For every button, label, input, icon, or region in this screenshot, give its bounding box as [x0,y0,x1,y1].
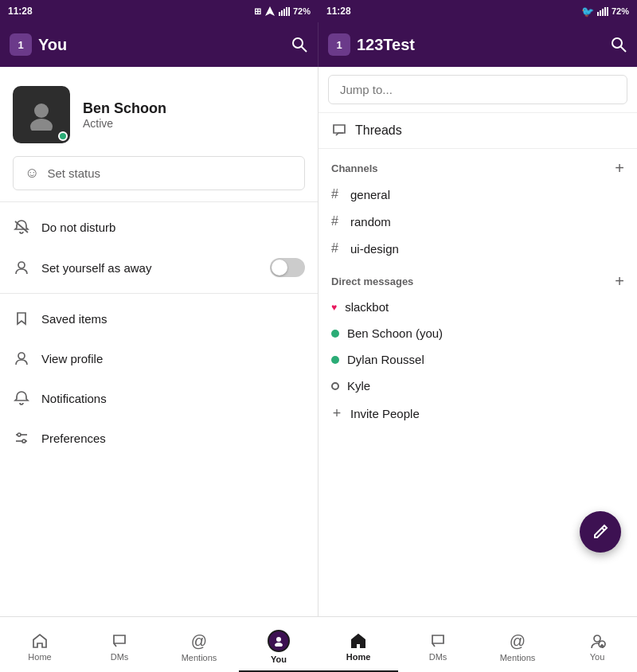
online-dot-dylan [331,356,339,364]
left-nav-you[interactable]: You [239,617,318,672]
compose-fab-button[interactable] [580,511,621,553]
status-input-row[interactable]: ☺ Set status [13,156,305,190]
svg-rect-8 [602,9,604,16]
notifications-item[interactable]: Notifications [0,378,318,418]
invite-plus-icon: + [331,405,342,422]
threads-icon [331,123,347,139]
svg-rect-3 [283,9,285,16]
mentions-label-right: Mentions [500,653,536,662]
offline-dot-kyle [331,382,339,390]
right-nav-dms[interactable]: DMs [398,617,478,672]
workspace-badge-left: 1 [10,33,32,56]
online-dot-ben [331,330,339,338]
you-label-left: You [271,654,287,664]
channel-item-random[interactable]: # random [318,208,637,235]
channel-name-general: general [350,188,390,201]
home-icon-left [31,632,49,650]
svg-rect-10 [607,7,608,16]
threads-item[interactable]: Threads [318,113,637,149]
set-away-item[interactable]: Set yourself as away [0,247,318,288]
compose-icon [592,523,609,541]
left-nav-home[interactable]: Home [0,617,80,672]
channel-name-random: random [350,215,391,229]
saved-items-label: Saved items [41,312,107,326]
left-header-title: You [38,36,67,54]
channels-section-header: Channels + [318,149,637,181]
svg-point-25 [276,637,281,642]
right-nav-mentions[interactable]: @ Mentions [478,617,557,672]
heart-icon-slackbot: ♥ [331,302,337,313]
status-bar: 11:28 ⊞ 72% 11:28 [0,0,637,22]
dm-item-ben[interactable]: Ben Schoon (you) [318,320,637,346]
main-content: Ben Schoon Active ☺ Set status Do not di… [0,67,637,616]
you-icon-right [588,632,606,650]
dms-icon-right [429,632,447,650]
do-not-disturb-item[interactable]: Do not disturb [0,207,318,247]
threads-label: Threads [355,123,402,138]
channel-name-ui-design: ui-design [350,242,399,256]
profile-status: Active [83,117,166,130]
svg-point-23 [22,440,25,443]
svg-rect-2 [281,10,283,16]
svg-line-24 [602,528,604,530]
preferences-label: Preferences [41,432,106,445]
svg-rect-5 [288,7,290,16]
profile-info: Ben Schoon Active [83,100,166,130]
battery-right: 72% [612,6,629,16]
preferences-item[interactable]: Preferences [0,418,318,458]
mentions-icon-left: @ [191,632,207,651]
twitter-icon: 🐦 [581,6,594,18]
saved-items-item[interactable]: Saved items [0,299,318,338]
search-icon-left[interactable] [291,36,308,53]
search-icon-right[interactable] [610,36,627,53]
dm-item-kyle[interactable]: Kyle [318,373,637,399]
svg-rect-4 [286,7,287,16]
profile-name: Ben Schoon [83,100,166,117]
hash-icon-ui-design: # [331,241,344,256]
bookmark-icon [13,310,30,327]
jump-to-input[interactable] [328,75,627,104]
add-channel-button[interactable]: + [615,160,624,176]
channel-item-ui-design[interactable]: # ui-design [318,235,637,262]
svg-point-27 [594,635,600,642]
add-dm-button[interactable]: + [615,273,624,289]
view-profile-item[interactable]: View profile [0,338,318,378]
svg-line-12 [302,47,307,53]
invite-item[interactable]: + Invite People [318,399,637,428]
left-panel: Ben Schoon Active ☺ Set status Do not di… [0,67,318,616]
channels-title: Channels [331,162,378,174]
dm-title: Direct messages [331,275,413,287]
hash-icon-general: # [331,187,344,201]
left-nav-mentions[interactable]: @ Mentions [159,617,239,672]
battery-left: 72% [293,6,311,16]
profile-section: Ben Schoon Active [0,67,318,156]
left-title-group: 1 You [10,33,67,56]
dm-item-slackbot[interactable]: ♥ slackbot [318,294,637,320]
time-right: 11:28 [326,6,351,17]
smiley-icon: ☺ [25,165,39,182]
time-left: 11:28 [8,6,33,17]
left-nav: Home DMs @ Mentions You [0,617,318,672]
left-nav-dms[interactable]: DMs [80,617,159,672]
hash-icon-random: # [331,214,344,229]
header-left: 1 You [0,22,318,67]
right-nav-you[interactable]: You [557,617,637,672]
right-nav: Home DMs @ Mentions [318,617,637,672]
svg-marker-0 [265,6,275,16]
right-nav-home[interactable]: Home [318,617,398,672]
away-toggle[interactable] [270,258,305,277]
svg-point-13 [612,38,622,48]
dms-label-right: DMs [429,652,447,662]
dm-item-dylan[interactable]: Dylan Roussel [318,346,637,373]
signal-icon-right [597,7,608,16]
dm-section-header: Direct messages + [318,262,637,294]
channel-item-general[interactable]: # general [318,181,637,208]
dms-label-left: DMs [111,652,129,662]
header-bar: 1 You 1 123Test [0,22,637,67]
you-label-right: You [590,652,605,662]
bell-off-icon [13,218,30,236]
svg-point-18 [18,262,25,268]
svg-rect-9 [604,7,606,16]
dm-name-ben: Ben Schoon (you) [347,326,443,340]
svg-rect-7 [600,10,601,16]
